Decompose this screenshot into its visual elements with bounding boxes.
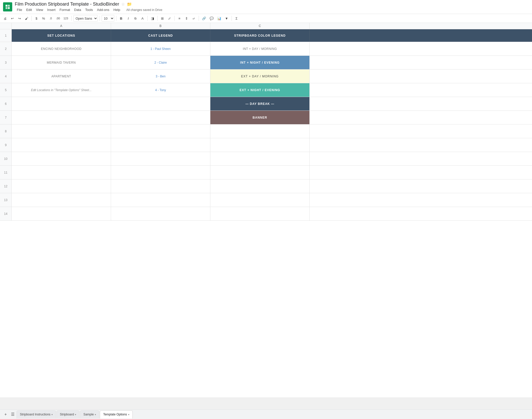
add-sheet-button[interactable]: + [2,411,9,418]
cell-b8[interactable] [111,124,210,138]
menu-insert[interactable]: Insert [45,7,58,12]
sheet-menu-button[interactable]: ☰ [9,411,16,418]
cell-b3[interactable]: 2 - Claire [111,56,210,69]
percent-button[interactable]: % [40,15,47,21]
undo-button[interactable]: ↩ [9,15,15,21]
decimal-decrease-button[interactable]: .0 [48,15,54,21]
cell-c7[interactable]: BANNER [210,111,310,124]
menu-tools[interactable]: Tools [83,7,95,12]
tab-label: Stripboard Instructions [20,413,50,416]
separator-9 [231,16,232,21]
cell-b7[interactable] [111,111,210,124]
column-headers: A B C [0,23,532,29]
star-icon[interactable]: ☆ [121,2,125,7]
menu-format[interactable]: Format [58,7,72,12]
cell-c9[interactable] [210,138,310,152]
font-size-select[interactable]: 10 [102,15,114,22]
print-button[interactable]: 🖨 [2,15,8,21]
cast-legend-label: CAST LEGEND [148,34,173,37]
svg-rect-0 [6,5,7,7]
cell-a6[interactable] [12,97,111,110]
col-header-a[interactable]: A [12,23,111,29]
cell-c6[interactable]: — DAY BREAK — [210,97,310,110]
cell-a5[interactable]: Edit Locations in "Template Options" She… [12,83,111,97]
cell-a12[interactable] [12,179,111,193]
header-cast-legend[interactable]: CAST LEGEND [111,29,210,42]
sum-button[interactable]: Σ [234,15,240,21]
font-select[interactable]: Open Sans [73,15,98,22]
save-status: All changes saved in Drive [126,8,162,12]
header-stripboard-color-legend[interactable]: STRIPBOARD COLOR LEGEND [210,29,310,42]
menu-file[interactable]: File [15,7,24,12]
cell-c10[interactable] [210,152,310,165]
tab-stripboard[interactable]: Stripboard ▾ [57,410,79,418]
chart-button[interactable]: 📊 [216,15,223,21]
menu-data[interactable]: Data [72,7,83,12]
cell-a10[interactable] [12,152,111,165]
italic-button[interactable]: I [125,15,131,21]
cell-a8[interactable] [12,124,111,138]
folder-icon[interactable]: 📁 [127,2,132,7]
cell-a14[interactable] [12,207,111,220]
cell-b12[interactable] [111,179,210,193]
tab-stripboard-instructions[interactable]: Stripboard Instructions ▾ [17,410,56,418]
text-color-button[interactable]: A [140,15,146,21]
cell-b9[interactable] [111,138,210,152]
decimal-increase-button[interactable]: .00 [55,15,61,21]
table-row: 9 [0,138,532,152]
cell-a4[interactable]: APARTMENT [12,69,111,83]
menu-help[interactable]: Help [111,7,122,12]
cell-b4[interactable]: 3 - Ben [111,69,210,83]
wrap-button[interactable]: ⤾ [191,15,197,21]
filter-button[interactable]: ▼ [224,15,230,21]
align-button[interactable]: ≡ [176,15,183,21]
cell-a7[interactable] [12,111,111,124]
strikethrough-button[interactable]: S [132,15,139,21]
cell-c5[interactable]: EXT + NIGHT / EVENING [210,83,310,97]
cell-a2[interactable]: ENCINO NEIGHBORHOOD [12,42,111,55]
cell-a11[interactable] [12,166,111,179]
row-num-corner [0,23,12,29]
cell-c12[interactable] [210,179,310,193]
merge-button[interactable]: ⤢ [167,15,173,21]
currency-button[interactable]: $ [33,15,39,21]
cell-b13[interactable] [111,193,210,207]
header-set-locations[interactable]: SET LOCATIONS [12,29,111,42]
col-header-c[interactable]: C [210,23,310,29]
col-header-b[interactable]: B [111,23,210,29]
cell-c2[interactable]: INT + DAY / MORNING [210,42,310,55]
cell-a13[interactable] [12,193,111,207]
redo-button[interactable]: ↪ [16,15,22,21]
cast-4: 4 - Tony [155,88,166,92]
tab-template-options[interactable]: Template Options ▾ [100,410,132,418]
cell-b6[interactable] [111,97,210,110]
cell-b2[interactable]: 1 - Paul Sheen [111,42,210,55]
menu-edit[interactable]: Edit [24,7,34,12]
app-logo [3,2,12,11]
cell-a9[interactable] [12,138,111,152]
comment-button[interactable]: 💬 [208,15,215,21]
cell-b10[interactable] [111,152,210,165]
cell-c4[interactable]: EXT + DAY / MORNING [210,69,310,83]
cell-c3[interactable]: INT + NIGHT / EVENING [210,56,310,69]
cell-c13[interactable] [210,193,310,207]
cell-a3[interactable]: MERMAID TAVERN [12,56,111,69]
link-button[interactable]: 🔗 [201,15,207,21]
valign-button[interactable]: ⇕ [184,15,190,21]
menu-view[interactable]: View [34,7,45,12]
cell-c11[interactable] [210,166,310,179]
document-title: Film Production Stripboard Template - St… [15,2,119,7]
borders-button[interactable]: ⊞ [159,15,166,21]
bold-button[interactable]: B [118,15,124,21]
cell-b14[interactable] [111,207,210,220]
paint-format-button[interactable]: 🖌 [23,15,30,21]
cell-c8[interactable] [210,124,310,138]
cell-c14[interactable] [210,207,310,220]
cell-b11[interactable] [111,166,210,179]
cell-b5[interactable]: 4 - Tony [111,83,210,97]
format-123-button[interactable]: 123 [62,15,69,21]
tab-sample[interactable]: Sample ▾ [80,410,99,418]
fill-color-button[interactable]: ◨ [149,15,156,21]
menu-addons[interactable]: Add-ons [95,7,111,12]
table-row: 4 APARTMENT 3 - Ben EXT + DAY / MORNING [0,69,532,83]
